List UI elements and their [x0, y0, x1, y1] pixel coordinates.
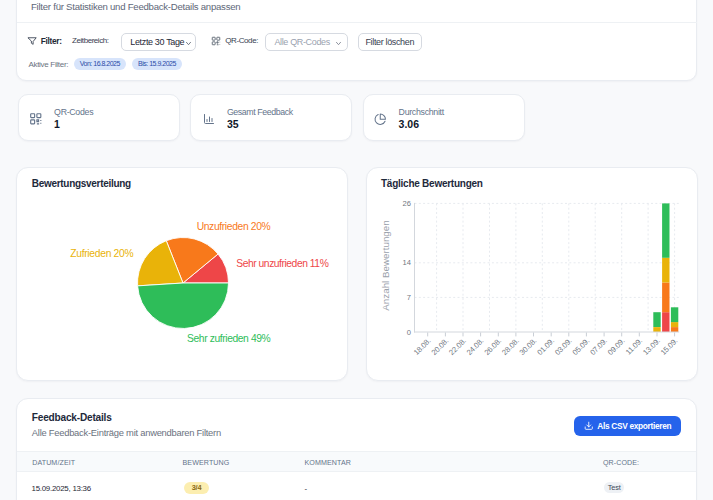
- svg-text:14: 14: [402, 258, 410, 267]
- svg-text:Anzahl Bewertungen: Anzahl Bewertungen: [380, 220, 391, 310]
- svg-text:13.09.: 13.09.: [641, 336, 662, 357]
- svg-text:01.09.: 01.09.: [535, 336, 556, 357]
- svg-text:05.09.: 05.09.: [571, 336, 592, 357]
- svg-text:11.09.: 11.09.: [624, 336, 644, 356]
- svg-text:22.08.: 22.08.: [447, 336, 468, 357]
- svg-text:24.08.: 24.08.: [465, 336, 486, 357]
- svg-text:07.09.: 07.09.: [588, 336, 609, 357]
- svg-text:26.08.: 26.08.: [482, 336, 503, 357]
- svg-text:20.08.: 20.08.: [430, 336, 451, 357]
- svg-text:30.08.: 30.08.: [518, 336, 539, 357]
- svg-text:15.09.: 15.09.: [659, 336, 680, 357]
- svg-text:0: 0: [407, 328, 411, 337]
- svg-text:09.09.: 09.09.: [606, 336, 627, 357]
- svg-text:18.08.: 18.08.: [412, 336, 433, 357]
- svg-text:03.09.: 03.09.: [553, 336, 574, 357]
- svg-text:26: 26: [402, 199, 410, 208]
- svg-text:28.08.: 28.08.: [500, 336, 521, 357]
- svg-text:7: 7: [407, 293, 411, 302]
